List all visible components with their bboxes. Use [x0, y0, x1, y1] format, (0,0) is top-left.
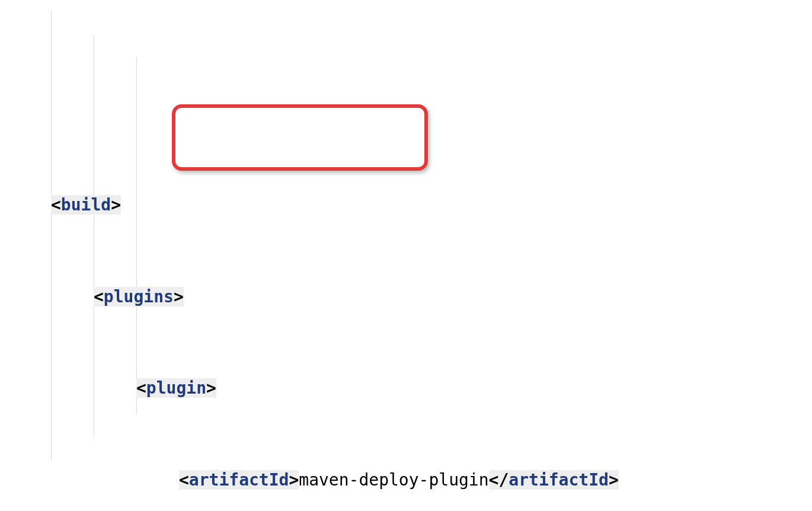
xml-code-block[interactable]: <build> <plugins> <plugin> <artifactId>m…: [0, 11, 812, 511]
tag-build-open: build: [61, 195, 111, 215]
code-line: <plugins>: [8, 286, 812, 309]
xml-editor-viewport: <build> <plugins> <plugin> <artifactId>m…: [0, 0, 812, 511]
value-artifact-1: maven-deploy-plugin: [299, 470, 488, 490]
indent-guide: [136, 57, 137, 414]
tag-artifactid-close-1: artifactId: [509, 470, 609, 490]
tag-artifactid-1: artifactId: [189, 470, 289, 490]
tag-plugins-open: plugins: [104, 287, 174, 306]
code-line: <artifactId>maven-deploy-plugin</artifac…: [8, 469, 812, 492]
tag-plugin-open-1: plugin: [146, 378, 206, 398]
code-line: <plugin>: [8, 377, 812, 400]
highlight-annotation: [172, 104, 428, 171]
code-line: <build>: [8, 194, 812, 217]
